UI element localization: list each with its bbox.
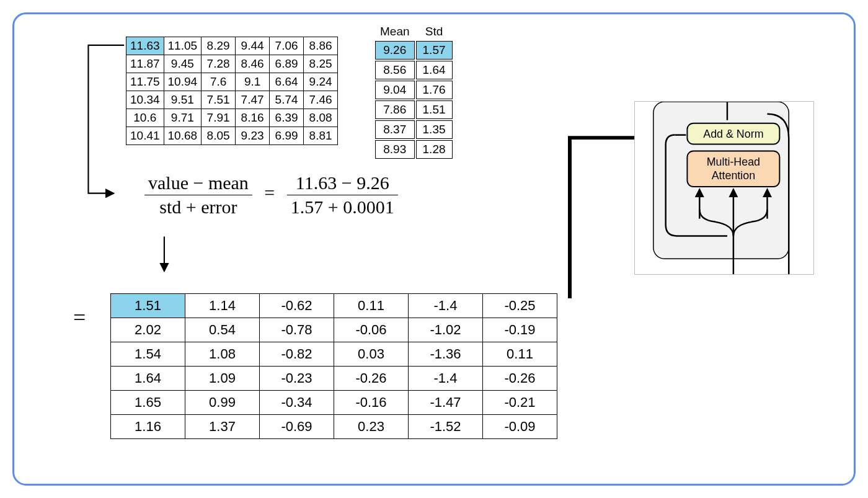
input-cell: 6.39 xyxy=(270,109,304,127)
result-matrix: 1.511.14-0.620.11-1.4-0.252.020.54-0.78-… xyxy=(110,293,557,439)
formula-denominator-right: 1.57 + 0.0001 xyxy=(287,195,398,218)
input-cell: 8.86 xyxy=(304,37,338,55)
result-cell: -0.34 xyxy=(260,391,334,415)
input-cell: 10.6 xyxy=(126,109,164,127)
input-cell: 9.23 xyxy=(236,127,270,145)
result-cell: 0.11 xyxy=(334,294,409,318)
stats-cell: 8.37 xyxy=(375,120,415,139)
normalization-formula: value − mean std + error = 11.63 − 9.26 … xyxy=(144,172,398,218)
stats-header: Std xyxy=(416,24,453,40)
stats-cell: 9.26 xyxy=(375,41,415,60)
stats-cell: 8.56 xyxy=(375,61,415,79)
result-cell: -1.36 xyxy=(409,342,483,367)
result-cell: -0.26 xyxy=(334,367,409,391)
input-cell: 7.6 xyxy=(202,73,236,91)
stats-table-wrap: MeanStd9.261.578.561.649.041.767.861.518… xyxy=(374,22,454,160)
result-cell: 0.99 xyxy=(185,391,260,415)
mha-block-label-1: Multi-Head xyxy=(707,156,760,168)
result-cell: -1.02 xyxy=(409,318,483,342)
stats-header: Mean xyxy=(375,24,415,40)
input-cell: 8.25 xyxy=(304,55,338,73)
result-cell: -0.19 xyxy=(483,318,557,342)
input-cell: 9.45 xyxy=(164,55,202,73)
equals-sign: = xyxy=(73,305,86,331)
input-cell: 8.46 xyxy=(236,55,270,73)
result-cell: -0.23 xyxy=(260,367,334,391)
mha-block-label-2: Attention xyxy=(712,169,756,182)
input-cell: 11.87 xyxy=(126,55,164,73)
result-cell: 1.09 xyxy=(185,367,260,391)
result-cell: 0.23 xyxy=(334,415,409,439)
result-cell: -0.25 xyxy=(483,294,557,318)
result-cell: 1.16 xyxy=(111,415,185,439)
input-cell: 8.81 xyxy=(304,127,338,145)
formula-equals: = xyxy=(264,182,275,203)
input-cell: 11.05 xyxy=(164,37,202,55)
result-cell: -0.09 xyxy=(483,415,557,439)
input-cell: 9.71 xyxy=(164,109,202,127)
result-cell: 0.03 xyxy=(334,342,409,367)
addnorm-block-label: Add & Norm xyxy=(703,128,763,140)
result-cell: -1.4 xyxy=(409,367,483,391)
result-cell: -0.82 xyxy=(260,342,334,367)
input-cell: 7.91 xyxy=(202,109,236,127)
input-cell: 8.05 xyxy=(202,127,236,145)
stats-cell: 1.35 xyxy=(416,120,453,139)
result-cell: 1.08 xyxy=(185,342,260,367)
input-cell: 10.94 xyxy=(164,73,202,91)
input-cell: 7.51 xyxy=(202,91,236,109)
result-cell: -0.69 xyxy=(260,415,334,439)
input-cell: 11.75 xyxy=(126,73,164,91)
diagram-canvas: 11.6311.058.299.447.068.8611.879.457.288… xyxy=(12,12,856,486)
result-cell: 1.54 xyxy=(111,342,185,367)
result-cell: 1.51 xyxy=(111,294,185,318)
input-cell: 7.46 xyxy=(304,91,338,109)
input-cell: 10.68 xyxy=(164,127,202,145)
result-cell: 0.11 xyxy=(483,342,557,367)
result-cell: -0.26 xyxy=(483,367,557,391)
stats-cell: 1.51 xyxy=(416,100,453,119)
result-cell: -0.78 xyxy=(260,318,334,342)
input-cell: 7.06 xyxy=(270,37,304,55)
input-cell: 6.89 xyxy=(270,55,304,73)
result-cell: -0.16 xyxy=(334,391,409,415)
architecture-snippet: Add & Norm Multi-Head Attention xyxy=(634,101,814,275)
input-cell: 7.28 xyxy=(202,55,236,73)
result-cell: 1.64 xyxy=(111,367,185,391)
stats-cell: 1.57 xyxy=(416,41,453,60)
result-cell: 0.54 xyxy=(185,318,260,342)
formula-numerator-right: 11.63 − 9.26 xyxy=(287,172,398,195)
result-cell: -0.21 xyxy=(483,391,557,415)
input-cell: 5.74 xyxy=(270,91,304,109)
result-cell: 1.37 xyxy=(185,415,260,439)
input-cell: 9.44 xyxy=(236,37,270,55)
stats-cell: 1.64 xyxy=(416,61,453,79)
stats-cell: 9.04 xyxy=(375,81,415,99)
stats-cell: 1.76 xyxy=(416,81,453,99)
formula-denominator-left: std + error xyxy=(144,195,252,218)
input-cell: 6.99 xyxy=(270,127,304,145)
input-cell: 11.63 xyxy=(126,37,164,55)
stats-cell: 1.28 xyxy=(416,140,453,159)
input-cell: 10.34 xyxy=(126,91,164,109)
result-cell: 2.02 xyxy=(111,318,185,342)
input-cell: 7.47 xyxy=(236,91,270,109)
result-cell: -1.4 xyxy=(409,294,483,318)
input-cell: 9.24 xyxy=(304,73,338,91)
input-cell: 9.1 xyxy=(236,73,270,91)
input-cell: 8.16 xyxy=(236,109,270,127)
input-cell: 8.29 xyxy=(202,37,236,55)
result-cell: 1.14 xyxy=(185,294,260,318)
formula-numerator-left: value − mean xyxy=(144,172,252,195)
stats-cell: 8.93 xyxy=(375,140,415,159)
input-cell: 9.51 xyxy=(164,91,202,109)
stats-cell: 7.86 xyxy=(375,100,415,119)
result-cell: 1.65 xyxy=(111,391,185,415)
input-cell: 8.08 xyxy=(304,109,338,127)
result-cell: -1.47 xyxy=(409,391,483,415)
input-matrix: 11.6311.058.299.447.068.8611.879.457.288… xyxy=(126,37,338,145)
result-cell: -1.52 xyxy=(409,415,483,439)
result-cell: -0.06 xyxy=(334,318,409,342)
result-cell: -0.62 xyxy=(260,294,334,318)
input-cell: 6.64 xyxy=(270,73,304,91)
